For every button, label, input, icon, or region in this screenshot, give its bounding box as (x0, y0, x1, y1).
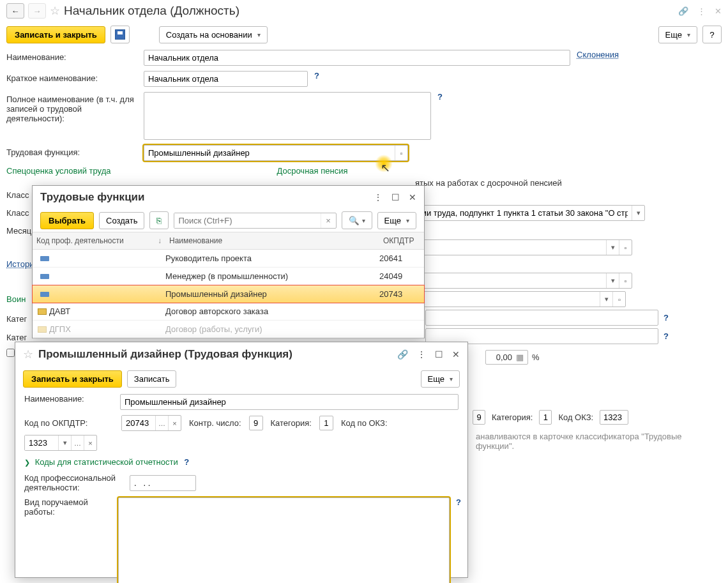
save-button[interactable]: Записать (127, 370, 177, 388)
more-button[interactable]: Еще (421, 370, 460, 388)
help-icon[interactable]: ? (437, 92, 443, 102)
clear-icon[interactable]: × (84, 435, 96, 450)
close-icon[interactable]: ✕ (452, 349, 460, 360)
close-icon[interactable]: ✕ (409, 192, 416, 202)
help-icon[interactable]: ? (664, 313, 669, 322)
chevron-down-icon[interactable]: ▾ (632, 206, 644, 220)
clear-icon[interactable]: × (321, 213, 336, 228)
ellipsis-icon[interactable]: … (155, 416, 168, 430)
more-button[interactable]: Еще (658, 26, 697, 43)
cat-input-bg[interactable] (539, 410, 552, 425)
find-button[interactable]: 🔍 (342, 211, 372, 229)
help-icon[interactable]: ? (184, 457, 189, 467)
expand-icon[interactable]: ❯ (24, 458, 30, 466)
table-row[interactable]: Менеджер (в промышленности)24049 (33, 268, 424, 285)
help-icon[interactable]: ? (314, 71, 319, 80)
dialog-title: Трудовые функции (40, 191, 368, 204)
okz-label: Код по ОКЗ: (341, 418, 388, 428)
save-close-button[interactable]: Записать и закрыть (6, 26, 105, 43)
name-label: Наименование: (24, 394, 114, 404)
col-name[interactable]: Наименование (165, 232, 379, 249)
full-name-textarea[interactable] (144, 92, 431, 140)
short-name-label: Краткое наименование: (6, 71, 137, 83)
cat-label: Катег (6, 312, 32, 324)
chevron-down-icon[interactable]: ▾ (58, 435, 71, 450)
back-button[interactable]: ← (6, 3, 24, 19)
labor-func-input[interactable] (144, 146, 395, 160)
ellipsis-icon[interactable]: … (71, 435, 84, 450)
search-box[interactable]: × (174, 213, 336, 229)
link-icon[interactable]: 🔗 (397, 349, 408, 360)
favorite-icon[interactable]: ☆ (23, 347, 33, 361)
favorite-icon[interactable]: ☆ (50, 4, 60, 18)
table-row-selected[interactable]: Промышленный дизайнер20743 (32, 285, 425, 303)
menu-icon[interactable]: ⋮ (374, 192, 383, 202)
declensions-link[interactable]: Склонения (577, 50, 619, 59)
cat-input[interactable] (319, 416, 333, 430)
name-input[interactable] (144, 50, 570, 66)
col-okpdtr[interactable]: ОКПДТР (379, 232, 424, 249)
table-body: Руководитель проекта20641 Менеджер (в пр… (33, 250, 424, 338)
create-based-button[interactable]: Создать на основании (159, 26, 268, 43)
bg-combo1[interactable]: ▾ (412, 205, 645, 221)
clear-icon[interactable]: × (168, 416, 181, 430)
table-row[interactable]: Руководитель проекта20641 (33, 250, 424, 268)
labor-func-combo[interactable]: ▫ (144, 145, 408, 161)
create-button[interactable]: Создать (99, 212, 144, 229)
search-input[interactable] (174, 213, 320, 228)
help-icon[interactable]: ? (664, 331, 669, 341)
bg-combo2[interactable]: ▾▫ (421, 239, 632, 255)
full-name-label: Полное наименование (в т.ч. для записей … (6, 92, 137, 123)
forward-button[interactable]: → (28, 3, 46, 19)
spec-assessment-link[interactable]: Спецоценка условий труда (6, 166, 111, 176)
prof-code-label: Код профессиональной деятельности: (24, 473, 123, 492)
help-button[interactable]: ? (702, 26, 722, 43)
history-link[interactable]: Истори (6, 259, 34, 269)
menu-icon[interactable]: ⋮ (697, 6, 706, 16)
work-type-label: Вид поручаемой работы: (24, 497, 112, 517)
percent-label: % (532, 352, 540, 362)
select-button[interactable]: Выбрать (40, 212, 94, 229)
prof-code-input[interactable] (130, 475, 196, 491)
bg-input[interactable] (425, 310, 658, 326)
work-type-textarea[interactable] (118, 497, 450, 583)
kontr-label: Контр. число: (189, 418, 241, 428)
okz-combo[interactable]: ▾…× (24, 435, 97, 451)
window-title: Начальник отдела (Должность) (64, 4, 674, 18)
bg-combo4[interactable]: ▾▫ (415, 291, 626, 307)
labor-func-label: Трудовая функция: (6, 145, 137, 157)
dialog-title: Промышленный дизайнер (Трудовая функция) (38, 348, 392, 361)
open-icon[interactable]: ▫ (395, 146, 407, 160)
help-icon[interactable]: ? (456, 497, 461, 507)
okpdtr-combo[interactable]: …× (121, 415, 181, 431)
okz-label-bg: Код ОКЗ: (558, 413, 593, 422)
maximize-icon[interactable]: ☐ (391, 192, 400, 202)
group-button[interactable]: ⎘ (149, 211, 169, 229)
save-icon (115, 29, 125, 40)
checkbox[interactable] (6, 349, 15, 357)
close-icon[interactable]: ✕ (715, 6, 722, 16)
save-close-button[interactable]: Записать и закрыть (23, 370, 122, 388)
menu-icon[interactable]: ⋮ (417, 349, 426, 360)
link-icon[interactable]: 🔗 (678, 6, 688, 16)
cat-label-bg: Категория: (492, 413, 533, 422)
more-button[interactable]: Еще (377, 212, 416, 229)
col-code[interactable]: Код проф. деятельности ↓ (33, 232, 165, 249)
name-input[interactable] (120, 394, 459, 410)
kontr-input[interactable] (249, 416, 263, 430)
bg-combo3[interactable]: ▾▫ (421, 273, 632, 289)
cat-label2: Катег (6, 330, 32, 342)
amount-box[interactable]: 0,00▦ (485, 350, 528, 365)
labor-function-edit-dialog: ☆ Промышленный дизайнер (Трудовая функци… (15, 342, 468, 578)
early-pension-link[interactable]: Досрочная пенсия (277, 166, 348, 176)
stat-codes-link[interactable]: Коды для статистической отчетности (35, 457, 178, 467)
table-row[interactable]: ДГПХДоговор (работы, услуги) (33, 321, 424, 338)
short-name-input[interactable] (144, 71, 308, 87)
save-button[interactable] (110, 26, 130, 43)
military-link[interactable]: Воин (6, 294, 26, 304)
okz-input-bg[interactable] (600, 410, 628, 425)
maximize-icon[interactable]: ☐ (435, 349, 443, 360)
hint-text: анавливаются в карточке классификатора "… (469, 429, 728, 453)
table-row[interactable]: ДАВТДоговор авторского заказа (33, 303, 424, 321)
kontr-input-bg[interactable] (473, 410, 485, 425)
